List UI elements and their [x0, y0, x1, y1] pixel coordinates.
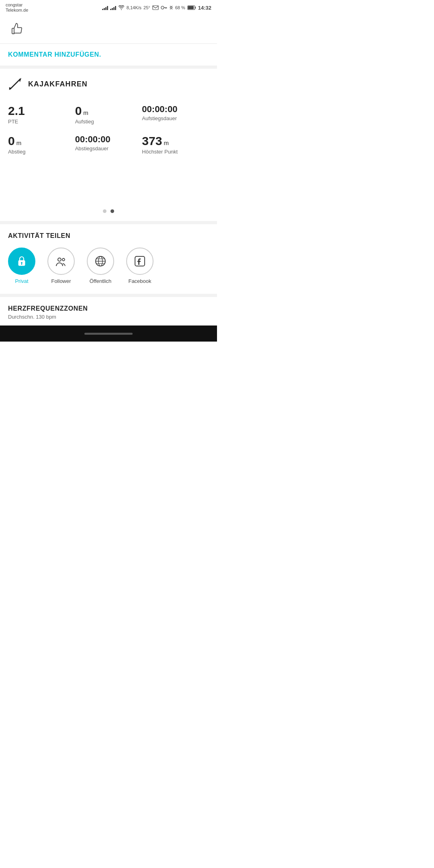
battery-text: 68 % — [175, 5, 185, 10]
bluetooth-icon — [169, 5, 173, 10]
lock-icon — [15, 255, 28, 268]
svg-point-11 — [21, 262, 23, 264]
share-label-facebook: Facebook — [128, 278, 151, 284]
like-section — [0, 14, 217, 43]
follower-icon — [55, 255, 68, 268]
share-option-facebook[interactable]: Facebook — [126, 248, 154, 284]
stat-aufstieg: 0 m Aufstieg — [75, 101, 142, 131]
stat-hoechster-label: Höchster Punkt — [142, 149, 209, 155]
signal-bars-2 — [110, 5, 116, 10]
heart-rate-section: HERZFREQUENZZONEN Durchschn. 130 bpm — [0, 294, 217, 326]
globe-icon — [94, 255, 107, 268]
carrier-info: congstar Telekom.de — [6, 2, 28, 13]
stat-abstiegsdauer-label: Abstiegsdauer — [75, 145, 142, 151]
share-option-privat[interactable]: Privat — [8, 248, 35, 284]
share-option-oeffentlich[interactable]: Öffentlich — [87, 248, 114, 284]
stat-hoechster-punkt: 373 m Höchster Punkt — [142, 131, 209, 161]
share-label-privat: Privat — [15, 278, 28, 284]
stat-aufstiegsdauer: 00:00:00 Aufstiegsdauer — [142, 101, 209, 131]
heart-rate-subtitle: Durchschn. 130 bpm — [8, 314, 209, 320]
share-section: AKTIVITÄT TEILEN Privat — [0, 221, 217, 294]
dot-2[interactable] — [111, 209, 114, 213]
kayak-icon — [8, 77, 23, 91]
home-bar — [84, 333, 133, 335]
stat-aufstieg-value: 0 m — [75, 104, 142, 118]
home-indicator — [0, 326, 217, 342]
stat-abstieg: 0 m Abstieg — [8, 131, 75, 161]
share-options: Privat Follower — [8, 248, 209, 284]
stat-aufstieg-label: Aufstieg — [75, 119, 142, 125]
email-icon — [152, 5, 159, 10]
stat-pte-label: PTE — [8, 119, 75, 125]
stat-abstiegsdauer-value: 00:00:00 — [75, 134, 142, 145]
heart-rate-title: HERZFREQUENZZONEN — [8, 305, 209, 312]
share-circle-privat — [8, 248, 35, 275]
stat-aufstiegsdauer-label: Aufstiegsdauer — [142, 115, 209, 121]
signal-bars-1 — [102, 5, 108, 10]
activity-title: KAJAKFAHREN — [28, 80, 88, 88]
svg-rect-6 — [195, 7, 196, 9]
share-label-follower: Follower — [51, 278, 71, 284]
stat-aufstiegsdauer-value: 00:00:00 — [142, 104, 209, 115]
svg-point-1 — [161, 6, 164, 9]
facebook-icon — [133, 255, 146, 268]
status-right: 8,14K/s 25° 68 % 14:32 — [102, 5, 211, 11]
temperature: 25° — [143, 5, 150, 10]
stat-hoechster-value: 373 m — [142, 134, 209, 148]
dot-1[interactable] — [103, 209, 106, 213]
time: 14:32 — [198, 5, 211, 11]
svg-line-9 — [12, 81, 18, 87]
stats-grid: 2.1 PTE 0 m Aufstieg 00:00:00 Aufstiegsd… — [8, 101, 209, 161]
svg-point-14 — [62, 258, 65, 261]
carrier-name: congstar — [6, 2, 28, 8]
stat-abstieg-label: Abstieg — [8, 149, 75, 155]
share-circle-facebook — [126, 248, 154, 275]
activity-header: KAJAKFAHREN — [8, 77, 209, 91]
stat-pte: 2.1 PTE — [8, 101, 75, 131]
svg-rect-0 — [153, 6, 158, 10]
stat-abstiegsdauer: 00:00:00 Abstiegsdauer — [75, 131, 142, 161]
svg-point-13 — [58, 258, 61, 261]
empty-area — [8, 171, 209, 203]
status-bar: congstar Telekom.de 8,14K/s 25° — [0, 0, 217, 14]
share-label-oeffentlich: Öffentlich — [90, 278, 112, 284]
comment-section[interactable]: KOMMENTAR HINZUFÜGEN. — [0, 43, 217, 66]
key-icon — [161, 5, 167, 10]
activity-section: KAJAKFAHREN 2.1 PTE 0 m Aufstieg 00:00:0… — [0, 66, 217, 221]
pagination-dots — [8, 203, 209, 221]
share-title: AKTIVITÄT TEILEN — [8, 232, 209, 240]
stat-abstieg-value: 0 m — [8, 134, 75, 148]
network-speed: 8,14K/s — [127, 5, 141, 10]
share-circle-oeffentlich — [87, 248, 114, 275]
share-circle-follower — [47, 248, 75, 275]
share-option-follower[interactable]: Follower — [47, 248, 75, 284]
comment-label: KOMMENTAR HINZUFÜGEN. — [8, 51, 101, 58]
wifi-icon — [118, 5, 125, 10]
thumbs-up-button[interactable] — [8, 20, 26, 38]
svg-rect-7 — [188, 6, 194, 9]
stat-pte-value: 2.1 — [8, 104, 75, 118]
battery-icon — [187, 5, 196, 10]
network-name: Telekom.de — [6, 8, 28, 13]
